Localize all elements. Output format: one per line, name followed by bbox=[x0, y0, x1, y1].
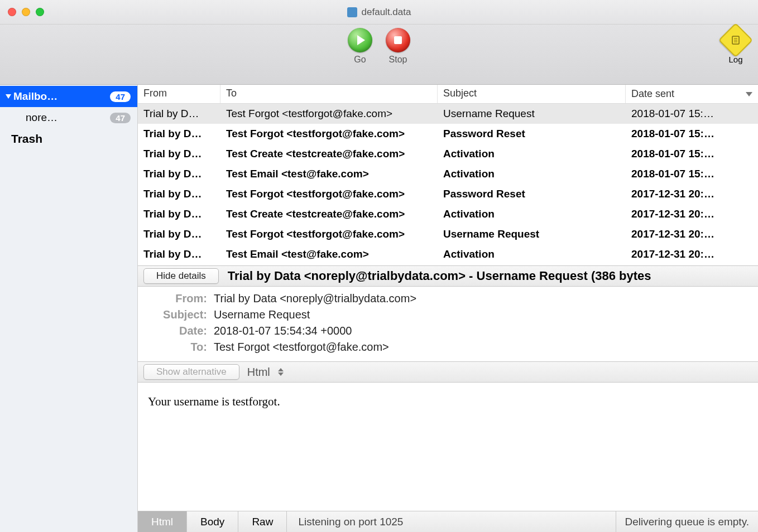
table-header: From To Subject Date sent bbox=[138, 85, 758, 104]
cell-from: Trial by D… bbox=[138, 185, 220, 203]
count-badge: 47 bbox=[110, 91, 131, 102]
toolbar: Go Stop Log bbox=[0, 25, 758, 85]
table-row[interactable]: Trial by D…Test Create <testcreate@fake.… bbox=[138, 204, 758, 224]
cell-from: Trial by D… bbox=[138, 245, 220, 263]
cell-subject: Username Request bbox=[438, 105, 626, 123]
document-icon bbox=[347, 7, 357, 17]
tab-body[interactable]: Body bbox=[187, 511, 238, 532]
log-icon bbox=[718, 23, 753, 57]
column-header-subject[interactable]: Subject bbox=[438, 85, 626, 103]
column-header-date[interactable]: Date sent bbox=[626, 85, 758, 103]
header-val-subject: Username Request bbox=[214, 308, 750, 321]
sidebar-item-noreply[interactable]: nore… 47 bbox=[0, 107, 137, 128]
go-label: Go bbox=[354, 55, 366, 65]
cell-from: Trial by D… bbox=[138, 125, 220, 143]
cell-date: 2018-01-07 15:… bbox=[626, 125, 758, 143]
header-val-from: Trial by Data <noreply@trialbydata.com> bbox=[214, 292, 750, 305]
cell-to: Test Forgot <testforgot@fake.com> bbox=[220, 105, 438, 123]
header-val-to: Test Forgot <testforgot@fake.com> bbox=[214, 341, 750, 354]
sidebar-item-mailboxes[interactable]: Mailbo… 47 bbox=[0, 86, 137, 107]
cell-to: Test Forgot <testforgot@fake.com> bbox=[220, 125, 438, 143]
cell-date: 2017-12-31 20:… bbox=[626, 245, 758, 263]
table-row[interactable]: Trial by D…Test Forgot <testforgot@fake.… bbox=[138, 224, 758, 244]
column-header-from[interactable]: From bbox=[138, 85, 220, 103]
cell-subject: Password Reset bbox=[438, 125, 626, 143]
cell-from: Trial by D… bbox=[138, 205, 220, 223]
tab-raw[interactable]: Raw bbox=[238, 511, 287, 532]
message-body: Your username is testforgot. bbox=[138, 383, 758, 511]
stop-label: Stop bbox=[389, 55, 407, 65]
log-button[interactable]: Log bbox=[723, 28, 748, 64]
cell-date: 2018-01-07 15:… bbox=[626, 105, 758, 123]
cell-to: Test Create <testcreate@fake.com> bbox=[220, 205, 438, 223]
stop-button[interactable]: Stop bbox=[379, 28, 417, 65]
cell-from: Trial by D… bbox=[138, 225, 220, 243]
message-list: Trial by D…Test Forgot <testforgot@fake.… bbox=[138, 104, 758, 265]
close-window-button[interactable] bbox=[8, 8, 16, 16]
view-mode-stepper[interactable] bbox=[278, 368, 284, 376]
table-row[interactable]: Trial by D…Test Create <testcreate@fake.… bbox=[138, 144, 758, 164]
view-mode-label: Html bbox=[247, 366, 270, 379]
chevron-down-icon bbox=[746, 92, 752, 96]
cell-subject: Activation bbox=[438, 145, 626, 163]
disclosure-triangle-icon[interactable] bbox=[6, 94, 11, 99]
stop-icon bbox=[386, 28, 410, 52]
chevron-up-icon bbox=[278, 368, 284, 371]
table-row[interactable]: Trial by D…Test Forgot <testforgot@fake.… bbox=[138, 184, 758, 204]
cell-to: Test Forgot <testforgot@fake.com> bbox=[220, 225, 438, 243]
table-row[interactable]: Trial by D…Test Forgot <testforgot@fake.… bbox=[138, 124, 758, 144]
sidebar-item-trash[interactable]: Trash bbox=[0, 128, 137, 149]
table-row[interactable]: Trial by D…Test Email <test@fake.com>Act… bbox=[138, 244, 758, 264]
content-pane: From To Subject Date sent Trial by D…Tes… bbox=[138, 85, 758, 532]
window-controls bbox=[8, 8, 44, 16]
hide-details-button[interactable]: Hide details bbox=[143, 268, 219, 284]
column-header-to[interactable]: To bbox=[220, 85, 438, 103]
detail-bar: Hide details Trial by Data <noreply@tria… bbox=[138, 265, 758, 287]
cell-subject: Password Reset bbox=[438, 185, 626, 203]
cell-date: 2017-12-31 20:… bbox=[626, 225, 758, 243]
sidebar: Mailbo… 47 nore… 47 Trash bbox=[0, 85, 138, 532]
go-button[interactable]: Go bbox=[341, 28, 379, 65]
show-alternative-button[interactable]: Show alternative bbox=[143, 364, 239, 380]
cell-subject: Activation bbox=[438, 165, 626, 183]
sidebar-item-label: Trash bbox=[11, 132, 42, 146]
alternative-bar: Show alternative Html bbox=[138, 361, 758, 383]
table-row[interactable]: Trial by D…Test Email <test@fake.com>Act… bbox=[138, 164, 758, 184]
bottom-bar: Html Body Raw Listening on port 1025 Del… bbox=[138, 511, 758, 532]
titlebar: default.data bbox=[0, 0, 758, 25]
sidebar-item-label: Mailbo… bbox=[13, 90, 57, 103]
tab-html[interactable]: Html bbox=[138, 511, 187, 532]
cell-from: Trial by D… bbox=[138, 105, 220, 123]
cell-date: 2017-12-31 20:… bbox=[626, 185, 758, 203]
header-val-date: 2018-01-07 15:54:34 +0000 bbox=[214, 325, 750, 337]
column-header-label: Date sent bbox=[631, 88, 674, 100]
cell-to: Test Create <testcreate@fake.com> bbox=[220, 145, 438, 163]
cell-to: Test Email <test@fake.com> bbox=[220, 245, 438, 263]
view-tabs: Html Body Raw bbox=[138, 511, 287, 532]
cell-from: Trial by D… bbox=[138, 145, 220, 163]
cell-to: Test Email <test@fake.com> bbox=[220, 165, 438, 183]
cell-date: 2018-01-07 15:… bbox=[626, 165, 758, 183]
cell-from: Trial by D… bbox=[138, 165, 220, 183]
zoom-window-button[interactable] bbox=[36, 8, 44, 16]
main-split: Mailbo… 47 nore… 47 Trash From To Subjec… bbox=[0, 85, 758, 532]
cell-date: 2017-12-31 20:… bbox=[626, 205, 758, 223]
status-queue: Delivering queue is empty. bbox=[616, 511, 758, 532]
play-icon bbox=[348, 28, 372, 52]
table-row[interactable]: Trial by D…Test Forgot <testforgot@fake.… bbox=[138, 104, 758, 124]
minimize-window-button[interactable] bbox=[22, 8, 30, 16]
header-key-to: To: bbox=[146, 341, 207, 354]
count-badge: 47 bbox=[110, 113, 131, 123]
header-key-subject: Subject: bbox=[146, 308, 207, 321]
message-summary: Trial by Data <noreply@trialbydata.com> … bbox=[228, 269, 651, 283]
cell-date: 2018-01-07 15:… bbox=[626, 145, 758, 163]
header-key-from: From: bbox=[146, 292, 207, 305]
cell-to: Test Forgot <testforgot@fake.com> bbox=[220, 185, 438, 203]
cell-subject: Activation bbox=[438, 245, 626, 263]
status-listening: Listening on port 1025 bbox=[287, 511, 616, 532]
chevron-down-icon bbox=[278, 373, 284, 376]
message-headers: From: Trial by Data <noreply@trialbydata… bbox=[138, 287, 758, 361]
header-key-date: Date: bbox=[146, 325, 207, 337]
cell-subject: Username Request bbox=[438, 225, 626, 243]
cell-subject: Activation bbox=[438, 205, 626, 223]
